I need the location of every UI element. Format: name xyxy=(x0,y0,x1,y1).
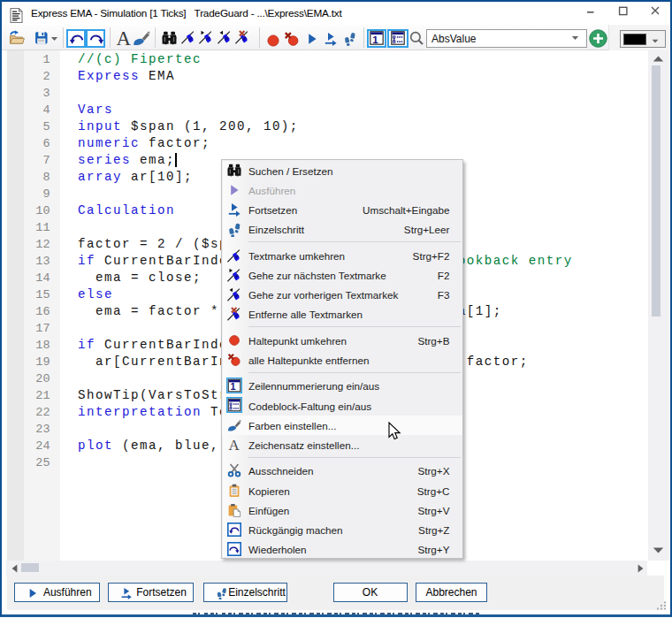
svg-text:A: A xyxy=(117,28,132,48)
